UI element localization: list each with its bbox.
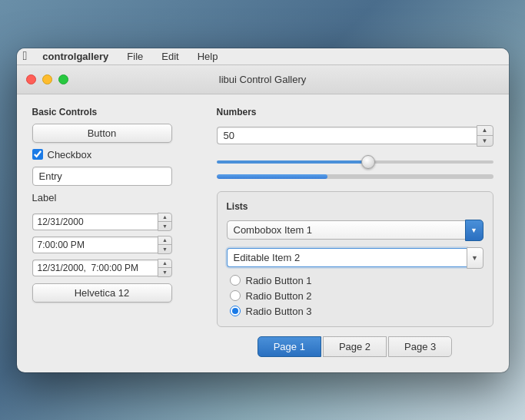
numbers-section: Numbers ▲ ▼ bbox=[217, 107, 493, 179]
window-title: libui Control Gallery bbox=[219, 74, 306, 85]
maximize-button[interactable] bbox=[58, 74, 68, 84]
radio-label-3: Radio Button 3 bbox=[246, 306, 312, 317]
radio-button-3[interactable]: Radio Button 3 bbox=[230, 306, 483, 317]
radio-outer-1 bbox=[230, 275, 241, 286]
font-button[interactable]: Helvetica 12 bbox=[32, 283, 172, 303]
app-window:  controlgallery File Edit Help libui Co… bbox=[17, 48, 509, 372]
date-down-arrow[interactable]: ▼ bbox=[158, 222, 172, 230]
tab-bar: Page 1 Page 2 Page 3 bbox=[217, 336, 493, 357]
radio-group: Radio Button 1 Radio Button 2 Radio Butt… bbox=[227, 275, 483, 317]
tab-page-1[interactable]: Page 1 bbox=[258, 336, 321, 357]
radio-outer-2 bbox=[230, 290, 241, 301]
date-input[interactable] bbox=[32, 213, 158, 230]
titlebar: libui Control Gallery bbox=[17, 65, 509, 94]
time-input[interactable] bbox=[32, 236, 158, 253]
radio-label-1: Radio Button 1 bbox=[246, 275, 312, 286]
checkbox-row: Checkbox bbox=[32, 149, 201, 160]
minimize-button[interactable] bbox=[42, 74, 52, 84]
number-row: ▲ ▼ bbox=[217, 125, 493, 147]
file-menu[interactable]: File bbox=[124, 51, 146, 62]
main-button[interactable]: Button bbox=[32, 124, 172, 143]
progress-bar-container bbox=[217, 174, 493, 179]
editable-combo-input[interactable] bbox=[227, 248, 467, 267]
tab-page-2[interactable]: Page 2 bbox=[323, 336, 387, 357]
editable-combobox-row bbox=[227, 247, 483, 269]
time-up-arrow[interactable]: ▲ bbox=[158, 236, 172, 245]
edit-menu[interactable]: Edit bbox=[158, 51, 181, 62]
checkbox-input[interactable] bbox=[32, 149, 43, 160]
slider-container bbox=[217, 153, 493, 170]
datetime-spinner: ▲ ▼ bbox=[32, 259, 172, 277]
number-arrows: ▲ ▼ bbox=[477, 125, 493, 147]
datetime-arrows: ▲ ▼ bbox=[158, 259, 172, 277]
spinner-group: ▲ ▼ ▲ ▼ ▲ ▼ bbox=[32, 213, 201, 277]
entry-input[interactable] bbox=[32, 167, 172, 186]
basic-controls-label: Basic Controls bbox=[32, 107, 201, 117]
app-name-menu[interactable]: controlgallery bbox=[39, 51, 111, 62]
progress-bar-fill bbox=[217, 174, 327, 179]
radio-inner-3 bbox=[232, 308, 238, 314]
radio-button-1[interactable]: Radio Button 1 bbox=[230, 275, 483, 286]
time-down-arrow[interactable]: ▼ bbox=[158, 245, 172, 253]
apple-menu[interactable]:  bbox=[23, 49, 28, 63]
time-spinner: ▲ ▼ bbox=[32, 236, 172, 254]
help-menu[interactable]: Help bbox=[194, 51, 221, 62]
static-label: Label bbox=[32, 192, 201, 203]
content-area: Basic Controls Button Checkbox Label ▲ ▼ bbox=[17, 94, 509, 372]
menubar:  controlgallery File Edit Help bbox=[17, 48, 509, 65]
datetime-down-arrow[interactable]: ▼ bbox=[158, 268, 172, 276]
combobox-input[interactable] bbox=[227, 220, 465, 240]
numbers-label: Numbers bbox=[217, 107, 493, 117]
datetime-up-arrow[interactable]: ▲ bbox=[158, 260, 172, 268]
date-up-arrow[interactable]: ▲ bbox=[158, 213, 172, 222]
lists-label: Lists bbox=[227, 201, 483, 212]
right-panel: Numbers ▲ ▼ Lists bbox=[217, 107, 493, 357]
number-down-arrow[interactable]: ▼ bbox=[477, 136, 493, 146]
combobox-row bbox=[227, 220, 483, 241]
date-arrows: ▲ ▼ bbox=[158, 213, 172, 231]
time-arrows: ▲ ▼ bbox=[158, 236, 172, 254]
radio-label-2: Radio Button 2 bbox=[246, 290, 312, 302]
close-button[interactable] bbox=[26, 74, 36, 84]
radio-button-2[interactable]: Radio Button 2 bbox=[230, 290, 483, 302]
number-input[interactable] bbox=[217, 127, 477, 144]
number-up-arrow[interactable]: ▲ bbox=[477, 126, 493, 136]
radio-outer-3 bbox=[230, 306, 241, 316]
datetime-input[interactable] bbox=[32, 260, 158, 276]
traffic-lights bbox=[26, 74, 68, 84]
lists-section: Lists Radio Button 1 Radi bbox=[217, 191, 493, 327]
checkbox-label: Checkbox bbox=[48, 149, 92, 160]
combobox-arrow[interactable] bbox=[465, 220, 483, 241]
left-panel: Basic Controls Button Checkbox Label ▲ ▼ bbox=[32, 107, 201, 357]
slider[interactable] bbox=[217, 160, 493, 164]
date-spinner: ▲ ▼ bbox=[32, 213, 172, 231]
editable-combo-arrow[interactable] bbox=[467, 247, 483, 269]
tab-page-3[interactable]: Page 3 bbox=[388, 336, 452, 357]
